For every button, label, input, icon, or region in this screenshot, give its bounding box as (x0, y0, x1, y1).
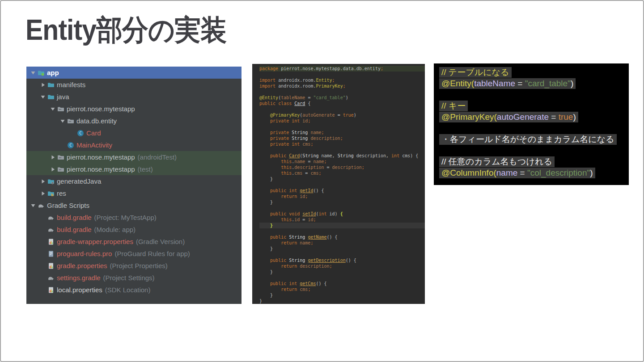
code-token: id (330, 211, 335, 216)
tree-item-annotation: (Project Properties) (110, 262, 168, 269)
tree-row-proguard-rules-pro[interactable]: proguard-rules.pro(ProGuard Rules for ap… (26, 248, 242, 260)
code-token: private int (259, 142, 302, 147)
chevron-down-icon[interactable] (40, 94, 46, 100)
code-token: PrimaryKey (316, 84, 343, 88)
tree-item-label: pierrot.nose.mytestapp (67, 165, 135, 173)
code-token: String (292, 130, 310, 135)
tree-row-res[interactable]: res (26, 187, 242, 199)
tree-item-label: proguard-rules.pro (57, 250, 112, 257)
tree-row-java[interactable]: java (26, 91, 242, 103)
chevron-right-icon[interactable] (50, 154, 56, 160)
tree-item-label: java (57, 93, 69, 101)
tree-row-build-gradle[interactable]: build.gradle(Module: app) (26, 223, 242, 236)
code-line: private String description; (259, 135, 425, 141)
note-highlight: @Entity(tableName = "card_table") (439, 78, 576, 89)
chevron-right-icon[interactable] (40, 82, 46, 88)
code-line: import androidx.room.Entity; (259, 77, 425, 83)
note-line: // 任意のカラム名もつけれる (439, 156, 629, 167)
note-line (439, 89, 629, 100)
chevron-down-icon[interactable] (59, 118, 66, 124)
chevron-right-icon[interactable] (40, 178, 46, 185)
note-line: // テーブルになる (439, 67, 629, 78)
note-line (439, 145, 629, 156)
code-token: ; (310, 240, 313, 245)
tree-item-label: gradle-wrapper.properties (57, 238, 133, 245)
tree-row-manifests[interactable]: manifests (26, 79, 242, 91)
code-line: public int getId() { (259, 188, 425, 194)
gradle-icon (38, 202, 45, 209)
chevron-right-icon[interactable] (50, 166, 56, 173)
chevron-down-icon[interactable] (50, 106, 56, 112)
code-line: private int id; (259, 118, 425, 124)
tree-row-generatedjava[interactable]: generatedJava (26, 175, 242, 187)
code-token: String (289, 235, 308, 240)
arrow-spacer (40, 287, 46, 293)
tree-item-label: generatedJava (57, 177, 101, 185)
tree-row-settings-gradle[interactable]: settings.gradle(Project Settings) (26, 272, 242, 284)
tree-item-label: data.db.entity (76, 117, 117, 125)
code-token: } (259, 246, 273, 251)
tree-row-gradle-properties[interactable]: gradle.properties(Project Properties) (26, 260, 242, 272)
chevron-right-icon[interactable] (40, 190, 46, 197)
code-token: import (259, 78, 278, 83)
note-highlight: // 任意のカラム名もつけれる (439, 156, 555, 167)
code-token: int (318, 211, 329, 216)
code-line: public String getName() { (259, 234, 425, 240)
package-icon (57, 166, 64, 173)
chevron-down-icon[interactable] (30, 70, 36, 76)
tree-row-app[interactable]: app (26, 67, 242, 79)
proguard-icon (47, 250, 55, 257)
code-token: id (308, 217, 313, 222)
tree-row-data-db-entity[interactable]: data.db.entity (26, 115, 242, 127)
tree-row-gradle-wrapper-properties[interactable]: gradle-wrapper.properties(Gradle Version… (26, 236, 242, 248)
code-line (259, 182, 425, 188)
tree-item-label: Gradle Scripts (47, 202, 89, 209)
note-line: @ColumnInfo(name = "col_description") (439, 167, 629, 178)
code-token: public (259, 258, 289, 263)
code-token: } (259, 293, 273, 298)
package-icon (57, 154, 64, 161)
code-token: description (300, 264, 329, 269)
code-token: ; (343, 84, 346, 88)
tree-row-local-properties[interactable]: local.properties(SDK Location) (26, 284, 242, 296)
tree-row-gradle-scripts[interactable]: Gradle Scripts (26, 199, 242, 211)
code-token: int (391, 153, 402, 158)
note-token: ・各フィールド名がそのままカラム名になる (441, 135, 614, 144)
gradle-icon (47, 226, 55, 233)
code-line: } (259, 292, 425, 298)
tree-item-annotation: (SDK Location) (105, 286, 151, 294)
code-line (259, 89, 425, 95)
code-token: return (259, 240, 300, 245)
code-line: this.name = name; (259, 159, 425, 164)
note-token: ) (590, 168, 593, 177)
tree-row-mainactivity[interactable]: CMainActivity (26, 139, 242, 151)
tree-row-card[interactable]: CCard (26, 127, 242, 139)
code-line: return name; (259, 240, 425, 246)
code-token: private int (259, 118, 302, 123)
code-token: true (343, 113, 354, 118)
chevron-down-icon[interactable] (30, 202, 36, 209)
code-token: return (259, 287, 300, 292)
code-line: this.cms = cms; (259, 170, 425, 176)
tree-row-pierrot-nose-mytestapp[interactable]: pierrot.nose.mytestapp (26, 103, 242, 115)
code-token: getId (300, 188, 313, 193)
code-token: ) (346, 95, 348, 100)
code-token: } (259, 269, 273, 274)
code-token: public int (259, 281, 300, 286)
code-editor-panel[interactable]: package pierrot.nose.mytestapp.data.db.e… (252, 64, 425, 304)
code-line: } (259, 199, 425, 205)
note-token: ) (571, 79, 573, 88)
code-token: public (259, 235, 289, 240)
code-token: ) { (410, 153, 418, 158)
folder-icon (47, 93, 55, 101)
code-line: } (259, 176, 425, 182)
tree-item-label: Card (86, 129, 101, 137)
tree-row-build-gradle[interactable]: build.gradle(Project: MyTestApp) (26, 211, 242, 223)
arrow-spacer (69, 130, 76, 136)
tree-row-pierrot-nose-mytestapp[interactable]: pierrot.nose.mytestapp(androidTest) (26, 151, 242, 163)
svg-text:C: C (69, 143, 72, 147)
code-token: ; (340, 136, 343, 141)
tree-row-pierrot-nose-mytestapp[interactable]: pierrot.nose.mytestapp(test) (26, 163, 242, 175)
code-token: { (340, 211, 343, 216)
code-line: public String getDescription() { (259, 257, 425, 263)
